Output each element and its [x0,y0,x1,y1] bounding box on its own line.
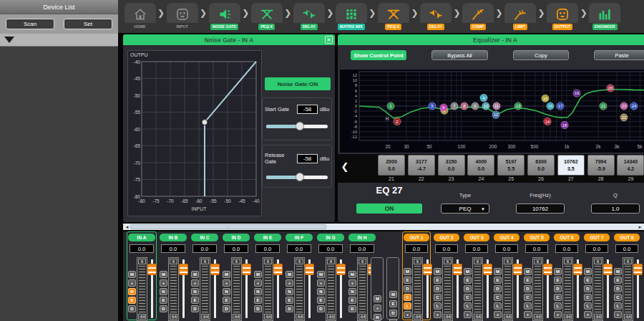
strip-button-m[interactable]: M [464,268,472,275]
channel-gain-value[interactable]: 0.0 [555,244,578,253]
type-dropdown[interactable]: PEQ ▼ [441,203,489,214]
strip-button-m[interactable]: M [614,268,622,275]
strip-button-l[interactable]: L [524,302,532,310]
nav-item-limit[interactable]: LIMIT [504,3,537,29]
strip-button-d[interactable]: D [389,310,397,317]
close-icon[interactable]: ✕ [325,36,333,44]
strip-button-plus[interactable]: + [254,279,262,287]
band-cell-29[interactable]: 143404.2 [617,155,644,176]
start-gate-value[interactable]: -58 [297,105,318,114]
strip-button-d[interactable]: D [191,305,199,312]
strip-button-c[interactable]: C [434,294,441,301]
channel-strip-out-1[interactable]: OUT 10.0MEDCL+6-64 [402,231,431,320]
nav-item-matrix-mix[interactable]: MATRIX MIX [334,3,368,29]
channel-gain-value[interactable]: 0.0 [465,244,488,253]
channel-strip-in-d[interactable]: IN D0.0M+NED6-64 [221,231,251,320]
scan-button[interactable]: Scan [6,19,54,29]
band-cell-23[interactable]: 31500.0 [438,155,465,176]
strip-button-d[interactable]: D [404,285,411,292]
freq-field[interactable]: 10762 [516,203,565,214]
strip-button-plus[interactable]: + [524,311,532,318]
strip-button-l[interactable]: L [464,302,472,310]
strip-button-plus[interactable]: + [614,311,622,318]
strip-button-e[interactable]: E [464,277,472,284]
nav-item-delay-in[interactable]: DELAY [292,3,326,29]
strip-button-m[interactable]: M [128,271,136,278]
strip-button-m[interactable]: M [434,268,441,275]
strip-button-m[interactable]: M [374,295,381,302]
strip-button-d[interactable]: D [614,285,622,292]
strip-button-e[interactable]: E [434,277,441,284]
strip-button-plus[interactable]: + [348,279,356,287]
band-cell-24[interactable]: 40000.0 [467,155,494,176]
strip-button-plus[interactable]: + [317,279,325,287]
strip-button-e[interactable]: E [286,297,293,304]
strip-button-n[interactable]: N [254,288,262,295]
strip-button-m[interactable]: M [389,291,397,298]
strip-button-n[interactable]: N [374,314,381,321]
equalizer-titlebar[interactable]: Equalizer - IN A [338,34,644,45]
strip-button-c[interactable]: C [524,294,532,301]
chevron-left-icon[interactable]: ❮ [339,156,351,176]
channel-strip-out-6[interactable]: OUT 60.0MEDCL+6-64 [552,231,581,320]
tree-expand-icon[interactable] [4,37,14,43]
nav-item-input[interactable]: INPUT [165,3,199,29]
band-cell-27[interactable]: 107623.5 [557,155,585,176]
strip-button-c[interactable]: C [494,294,502,301]
channel-strip-in-e[interactable]: IN E0.0M+NED6-64 [253,231,283,320]
strip-button-e[interactable]: E [191,297,199,304]
strip-button-m[interactable]: M [524,268,532,275]
channel-strip-out-3[interactable]: OUT 30.0MEDCL+6-64 [462,231,491,320]
gate-threshold-handle[interactable] [202,120,208,125]
strip-button-m[interactable]: M [191,271,199,278]
strip-button-n[interactable]: N [317,288,325,295]
strip-button-m[interactable]: M [286,271,293,278]
fader-handle[interactable] [179,264,188,275]
channel-strip-in-f[interactable]: IN F0.0M+NED6-64 [284,231,314,320]
strip-button-m[interactable]: M [317,271,325,278]
strip-button-e[interactable]: E [614,277,622,284]
channel-label[interactable]: OUT 2 [434,234,459,241]
strip-button-c[interactable]: C [584,294,592,301]
strip-button-plus[interactable]: + [128,279,136,287]
strip-button-e[interactable]: E [554,277,562,284]
strip-button-m[interactable]: M [554,268,562,275]
release-gate-value[interactable]: -58 [297,154,318,163]
strip-button-c[interactable]: C [464,294,472,301]
channel-label[interactable]: IN G [317,234,344,241]
channel-label[interactable]: IN B [160,234,187,241]
strip-button-c[interactable]: C [404,294,411,301]
strip-button-d[interactable]: D [317,305,325,312]
channel-gain-value[interactable]: 0.0 [318,244,343,253]
strip-button-d[interactable]: D [434,285,441,292]
channel-label[interactable]: OUT 7 [584,234,610,241]
channel-label[interactable]: OUT 3 [464,234,489,241]
strip-button-d[interactable]: D [254,305,262,312]
nav-item-home[interactable]: HOME [123,3,157,29]
nav-item-peq-x-out[interactable]: PEQ-X [376,3,410,29]
strip-button-d[interactable]: D [494,285,502,292]
bypass-all-button[interactable]: Bypass All [431,50,488,60]
show-control-point-button[interactable]: Show Control Point [351,50,406,60]
scroll-left-icon[interactable]: ◄ [124,224,130,230]
strip-button-e[interactable]: E [524,277,532,284]
strip-button-d[interactable]: D [554,285,562,292]
band-cell-28[interactable]: 7994-5.9 [587,155,615,176]
channel-strip-in-a[interactable]: IN A0.0M+NED6-64 [127,231,157,320]
band-cell-22[interactable]: 3177-4.7 [408,155,435,176]
channel-strip-out-5[interactable]: OUT 50.0MEDCL+6-64 [522,231,551,320]
channel-gain-value[interactable]: 0.0 [585,244,608,253]
strip-button-e[interactable]: E [584,277,592,284]
strip-button-d[interactable]: D [464,285,472,292]
strip-button-e[interactable]: E [348,297,356,304]
channel-strip-in-b[interactable]: IN B0.0M+NED6-64 [158,231,188,320]
paste-button[interactable]: Paste [594,50,644,60]
strip-button-plus[interactable]: + [584,311,592,318]
strip-button-plus[interactable]: + [286,279,293,287]
strip-button-e[interactable]: E [128,297,136,304]
strip-button-plus[interactable]: + [494,311,502,318]
strip-button-m[interactable]: M [160,271,167,278]
channel-strip-in-g[interactable]: IN G0.0M+NED6-64 [316,231,346,320]
slider-thumb[interactable] [296,173,304,181]
channel-label[interactable]: OUT 6 [554,234,580,241]
